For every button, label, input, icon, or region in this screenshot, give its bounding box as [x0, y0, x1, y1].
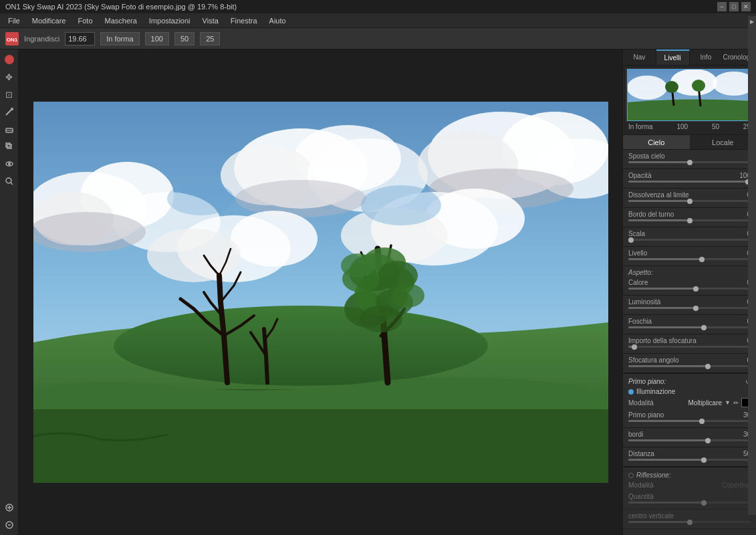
- thumb-fit[interactable]: In forma: [628, 123, 653, 130]
- tool-move[interactable]: ✥: [2, 70, 17, 84]
- menu-finestra[interactable]: Finestra: [225, 15, 263, 26]
- menu-impostazioni[interactable]: Impostazioni: [144, 15, 196, 26]
- sfocatura-angolo-slider[interactable]: [628, 365, 751, 367]
- zoom100-button[interactable]: 100: [145, 32, 169, 45]
- panel-content[interactable]: Sposta cielo Opacità 100: [623, 150, 756, 535]
- illuminazione-row: Illuminazione: [623, 387, 756, 397]
- tool-logo: [2, 52, 17, 67]
- scala-label: Scala: [628, 230, 645, 237]
- tool-zoom[interactable]: [2, 174, 17, 189]
- canvas-area[interactable]: [19, 49, 622, 535]
- livello-slider[interactable]: [628, 258, 751, 260]
- bordi-section: bordi 30: [623, 428, 756, 447]
- tool-bottom2[interactable]: [2, 518, 17, 532]
- bordi-slider[interactable]: [628, 439, 751, 441]
- zoom50-button[interactable]: 50: [174, 32, 195, 45]
- svg-point-34: [147, 229, 241, 282]
- scala-section: Scala 0: [623, 227, 756, 247]
- svg-point-4: [11, 108, 13, 110]
- foschia-slider[interactable]: [628, 326, 751, 328]
- tool-eye[interactable]: [2, 156, 17, 171]
- menu-modificare[interactable]: Modificare: [27, 15, 72, 26]
- tab-info[interactable]: Info: [690, 49, 723, 65]
- aspetto-header: Aspetto:: [623, 266, 756, 276]
- menu-maschera[interactable]: Maschera: [100, 15, 142, 26]
- edit-icon[interactable]: ✏: [733, 399, 739, 407]
- luminosita-label: Luminosità: [628, 298, 660, 306]
- riflessione-section: Riflessione: Modalità Copertina Quantità: [623, 467, 756, 529]
- menu-file[interactable]: File: [3, 15, 25, 26]
- svg-point-49: [391, 284, 424, 308]
- modalita-label: Modalità: [628, 399, 654, 407]
- svg-point-52: [167, 182, 234, 215]
- thumb-val1[interactable]: 100: [676, 123, 688, 130]
- svg-point-30: [235, 180, 366, 217]
- tool-erase[interactable]: [2, 122, 17, 136]
- sposta-cielo-slider[interactable]: [628, 161, 751, 163]
- menu-vista[interactable]: Vista: [197, 15, 224, 26]
- primo-piano-section: Primo piano: ↺ Illuminazione Modalità Mo…: [623, 373, 756, 467]
- svg-point-51: [361, 185, 441, 225]
- calore-label: Calore: [628, 279, 648, 286]
- zoom-label: Ingrandisci: [24, 35, 59, 43]
- tool-bottom1[interactable]: [2, 500, 17, 515]
- thumb-val2[interactable]: 50: [712, 123, 719, 130]
- primo-piano-slider[interactable]: [628, 420, 751, 422]
- tab-cielo[interactable]: Cielo: [623, 135, 690, 149]
- tool-brush[interactable]: [2, 104, 17, 119]
- maximize-button[interactable]: □: [729, 2, 739, 11]
- livello-section: Livello 0: [623, 247, 756, 266]
- menu-foto[interactable]: Foto: [72, 15, 98, 26]
- nav-tabs: Nav Livelli Info Cronologia ▶: [623, 49, 756, 66]
- opacita-label: Opacità: [628, 172, 651, 179]
- bordo-turno-label: Bordo del turno: [628, 211, 674, 218]
- primo-piano-header: Primo piano: ↺: [623, 375, 756, 387]
- importo-sfocatura-slider[interactable]: [628, 346, 751, 348]
- tool-select[interactable]: ⊡: [2, 87, 17, 102]
- aspetto-label: Aspetto:: [628, 269, 653, 276]
- tab-nav[interactable]: Nav: [623, 49, 656, 65]
- luminosita-slider[interactable]: [628, 307, 751, 309]
- svg-point-48: [360, 306, 402, 332]
- bordi-label: bordi: [628, 431, 643, 438]
- tab-livelli[interactable]: Livelli: [656, 49, 690, 65]
- bordo-turno-slider[interactable]: [628, 219, 751, 221]
- titlebar: ON1 Sky Swap AI 2023 (Sky Swap Foto di e…: [0, 0, 756, 13]
- riflessione-dot: [628, 473, 634, 478]
- riflessione-header: Riflessione:: [623, 469, 756, 480]
- quantita-label: Quantità: [628, 493, 654, 500]
- scala-slider[interactable]: [628, 239, 751, 241]
- tool-clone[interactable]: [2, 139, 17, 154]
- primo-piano-title: Primo piano:: [628, 378, 666, 385]
- sky-tabs: Cielo Locale: [623, 135, 756, 150]
- modalita-row[interactable]: Modalità Moltiplicare ▼ ✏: [623, 397, 756, 409]
- toolbar: ON1 Ingrandisci In forma 100 50 25: [0, 28, 756, 49]
- fit-button[interactable]: In forma: [100, 32, 139, 45]
- luminosita-section: Luminosità 0: [623, 296, 756, 315]
- canvas-image: [33, 102, 608, 483]
- close-button[interactable]: ✕: [741, 2, 751, 11]
- zoom25-button[interactable]: 25: [200, 32, 220, 45]
- tab-locale[interactable]: Locale: [690, 135, 757, 149]
- dissolvenza-slider[interactable]: [628, 200, 751, 202]
- sposta-cielo-section: Sposta cielo: [623, 150, 756, 169]
- svg-line-3: [6, 110, 11, 115]
- svg-point-8: [8, 163, 11, 165]
- modalita-chevron[interactable]: ▼: [725, 399, 731, 406]
- riflessione-label: Riflessione:: [636, 471, 671, 479]
- modalita-dropdown[interactable]: Moltiplicare: [688, 399, 723, 407]
- minimize-button[interactable]: –: [717, 2, 727, 11]
- panel-collapse-btn[interactable]: ▶: [748, 49, 756, 515]
- opacita-slider[interactable]: [628, 181, 751, 183]
- calore-slider[interactable]: [628, 288, 751, 290]
- right-panel: Nav Livelli Info Cronologia ▶: [622, 49, 756, 535]
- zoom-input[interactable]: [65, 32, 95, 45]
- svg-point-54: [627, 76, 667, 100]
- svg-point-9: [6, 178, 11, 183]
- sfocatura-angolo-label: Sfocatura angolo: [628, 356, 679, 364]
- distanza-slider[interactable]: [628, 459, 751, 461]
- livello-label: Livello: [628, 249, 647, 257]
- menu-aiuto[interactable]: Aiuto: [264, 15, 291, 26]
- thumbnail: [626, 68, 753, 122]
- primo-piano-slider-section: Primo piano 30: [623, 409, 756, 428]
